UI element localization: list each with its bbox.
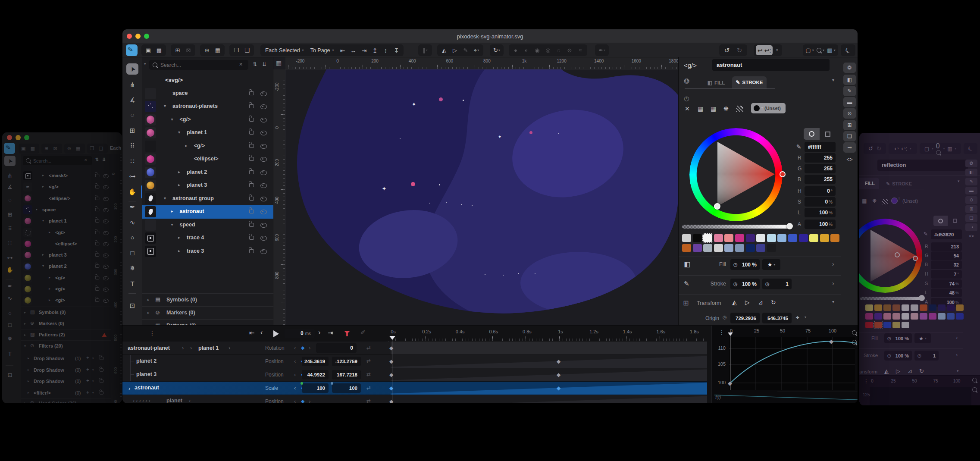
tool-pan-hand[interactable]: ✋ <box>4 264 16 275</box>
chevron-right-icon[interactable]: ▸ <box>49 231 50 234</box>
stroke-expand-chevron-icon[interactable]: › <box>956 352 958 358</box>
eye-icon[interactable] <box>103 265 109 269</box>
skip-end-icon[interactable]: ⇥ <box>328 329 333 336</box>
lock-icon[interactable] <box>249 207 254 213</box>
alpha-slider[interactable] <box>682 225 791 229</box>
chevron-down-icon[interactable]: ▾ <box>42 219 44 223</box>
lock-icon[interactable] <box>249 116 254 122</box>
eye-icon[interactable] <box>260 157 267 162</box>
mini-plot[interactable] <box>870 387 971 405</box>
align-middle-button[interactable]: ↕ <box>381 45 391 55</box>
color-swatch[interactable] <box>799 234 808 242</box>
lock-icon[interactable] <box>100 389 103 394</box>
wheel-mode-square-button[interactable] <box>948 216 962 226</box>
chevron-right-icon[interactable]: ▸ <box>49 276 50 279</box>
color-swatch[interactable] <box>874 322 882 328</box>
color-swatch[interactable] <box>865 313 873 320</box>
layer-row-root[interactable]: <svg/> <box>142 74 273 87</box>
tab-fill[interactable]: FILL <box>859 178 879 189</box>
color-swatch[interactable] <box>920 304 927 311</box>
paint-roller-button[interactable]: ▬ <box>965 187 977 194</box>
paint-radial-icon[interactable]: ❋ <box>872 198 877 204</box>
keyframe-nav-caret-icon[interactable]: ▾ <box>774 48 780 52</box>
chevron-down-icon[interactable]: ▾ <box>171 117 173 122</box>
duplicate-frame-icon[interactable]: ▩ <box>154 45 164 55</box>
playhead-marker[interactable] <box>389 336 395 340</box>
color-swatch[interactable] <box>865 322 873 328</box>
color-swatch[interactable] <box>788 234 797 242</box>
track-row[interactable]: planet 2Position‹◆›245.3619-123.2759⇄ <box>122 355 391 368</box>
chevron-down-icon[interactable]: ▾ <box>42 264 44 268</box>
layer-row[interactable]: ▾planet 1 <box>142 126 273 140</box>
tool-shapes[interactable]: ✵ <box>126 262 138 273</box>
keyframe-back-button[interactable]: ↩ <box>758 47 763 53</box>
breadcrumb-part[interactable]: astronaut-planet <box>128 345 170 351</box>
palette-button[interactable]: ❂ <box>965 160 977 167</box>
lock-icon[interactable] <box>249 102 254 108</box>
raise-object-icon[interactable]: ❒ <box>232 45 241 55</box>
color-swatch[interactable] <box>892 322 900 328</box>
chevron-right-icon[interactable]: ▸ <box>24 311 26 314</box>
tool-shapes[interactable]: ✵ <box>4 333 16 344</box>
layers-section-row[interactable]: ▸⊚Markers (0) <box>142 306 273 319</box>
color-swatch[interactable] <box>865 304 873 311</box>
color-swatch[interactable] <box>809 234 818 242</box>
channel-input[interactable]: 255 <box>805 164 836 173</box>
tool-mesh-transform[interactable]: ⊞ <box>126 125 138 136</box>
tool-warp[interactable]: ◌ <box>4 194 16 205</box>
color-swatch[interactable] <box>746 234 755 242</box>
add-filter-icon[interactable]: + <box>86 390 89 395</box>
add-keyframe-icon[interactable]: ◆ <box>301 399 304 403</box>
stroke-panel-button[interactable]: ✎ <box>965 178 977 185</box>
channel-input[interactable]: 48% <box>931 289 962 297</box>
layer-row[interactable]: ▸<g/> <box>21 227 111 238</box>
chevron-right-icon[interactable]: ▸ <box>28 391 29 395</box>
chevron-right-icon[interactable]: ▸ <box>24 322 26 326</box>
layer-row[interactable]: <ellipse/> <box>142 153 273 166</box>
prev-keyframe-icon[interactable]: ‹ <box>294 372 296 377</box>
chevron-right-icon[interactable]: ▸ <box>49 298 50 302</box>
layers-panel-button[interactable]: ❏ <box>843 131 856 141</box>
keyframe-back-all-button[interactable]: ↩: <box>764 47 771 53</box>
stroke-expand-chevron-icon[interactable]: › <box>832 280 834 286</box>
chevron-down-icon[interactable]: ▾ <box>171 223 173 227</box>
color-swatch[interactable] <box>956 313 964 320</box>
hex-input[interactable]: #d53620 <box>931 229 962 239</box>
dark-mode-moon-button[interactable]: ☾ <box>841 44 855 57</box>
current-time-field[interactable]: 0ms <box>285 329 315 338</box>
tool-mesh-transform[interactable]: ⊞ <box>4 209 16 220</box>
lock-icon[interactable] <box>249 234 254 240</box>
code-panel-button[interactable]: <> <box>843 154 856 165</box>
keyframe-back-icon[interactable]: ↩ <box>895 146 899 151</box>
track-value-y-field[interactable]: 100 <box>332 383 361 393</box>
channel-input[interactable]: 0° <box>805 186 836 196</box>
chevron-right-icon[interactable]: › <box>128 386 130 391</box>
eye-icon[interactable] <box>103 220 109 223</box>
paint-roller-button[interactable]: ▬ <box>843 97 856 107</box>
keyframe-diamond-icon[interactable]: ◆ <box>389 359 393 364</box>
chevron-down-icon[interactable]: ▾ <box>36 208 38 211</box>
artboard-add-icon[interactable]: ⊞ <box>173 45 182 55</box>
color-swatch[interactable] <box>892 304 900 311</box>
track-lane[interactable]: ◆◆ <box>391 382 707 395</box>
chevron-right-icon[interactable]: ▸ <box>178 235 180 240</box>
chevron-right-icon[interactable]: ▸ <box>185 144 188 148</box>
filter-row[interactable]: ▸<filter/>(0)+▾ <box>21 388 111 399</box>
track-row[interactable]: astronaut-planet››planet 1›Rotation‹◆›0⇄ <box>122 342 391 354</box>
keyframe-diamond-icon[interactable]: ◆ <box>557 359 560 364</box>
color-swatch[interactable] <box>756 234 765 242</box>
eye-icon[interactable] <box>260 223 267 228</box>
color-swatch[interactable] <box>703 234 712 242</box>
search-clear-icon[interactable]: ✕ <box>239 62 243 67</box>
lock-icon[interactable] <box>95 217 99 223</box>
fill-panel-button[interactable]: ◧ <box>965 169 977 176</box>
track-value-x-field[interactable]: 100 <box>302 383 329 393</box>
next-keyframe-icon[interactable]: › <box>309 398 310 403</box>
play-button[interactable] <box>271 329 281 338</box>
element-name-input[interactable]: astronaut <box>712 59 830 71</box>
zoom-tool-button[interactable]: ▾ <box>816 45 825 55</box>
flip-horizontal-icon[interactable]: ◭ <box>439 45 449 55</box>
lock-icon[interactable] <box>95 274 99 279</box>
color-swatch[interactable] <box>938 313 946 320</box>
tab-stroke[interactable]: ✎STROKE <box>883 179 915 189</box>
